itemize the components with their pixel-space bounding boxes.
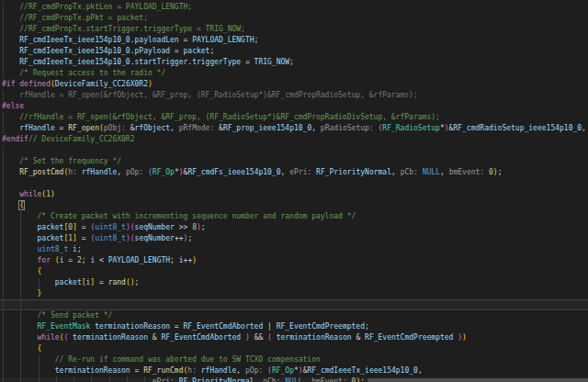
code-token: ++ [184, 256, 193, 264]
indent-guide [3, 266, 4, 277]
code-line[interactable]: uint8_t i; [0, 244, 588, 255]
code-line[interactable]: for (i = 2; i < PAYLOAD_LENGTH; i++) [0, 255, 588, 266]
code-token: , [117, 168, 126, 176]
code-token: payloadLen [135, 36, 179, 44]
code-token: | [263, 322, 276, 331]
indent-guide [3, 365, 4, 376]
code-line[interactable]: #else [0, 101, 588, 112]
code-line[interactable]: RF_cmdIeeeTx_ieee154p10_0.payloadLen = P… [0, 35, 588, 46]
code-line[interactable]: /* Request access to the radio */ [0, 68, 588, 79]
code-line[interactable]: rfHandle = RF_open(&rfObject, &RF_prop, … [0, 90, 588, 101]
code-line[interactable]: //RF_cmdPropTx.pktLen = PAYLOAD_LENGTH; [0, 2, 588, 13]
code-line[interactable]: rfHandle = RF_open(pObj: &rfObject, pRfM… [0, 123, 588, 134]
indent-guide [3, 24, 4, 35]
code-token: TRIG_NOW [254, 58, 290, 66]
code-token: ) [148, 80, 153, 88]
code-token: RF_EventCmdAborted [184, 322, 264, 331]
code-line[interactable]: packet[1] = (uint8_t)(seqNumber++); [0, 233, 588, 244]
code-token: /* Create packet with incrementing seque… [38, 212, 356, 220]
indent-guide [20, 233, 21, 244]
code-token: ; [187, 234, 192, 242]
code-token: , [170, 124, 179, 132]
matched-bracket: { [19, 201, 24, 209]
code-token: ) [51, 190, 55, 198]
code-line[interactable]: RF_cmdIeeeTx_ieee154p10_0.pPayload = pac… [0, 46, 588, 57]
code-token [2, 3, 19, 11]
indent-guide [20, 288, 21, 299]
code-line[interactable]: { [0, 200, 588, 211]
code-token: //RF_cmdPropTx.pPkt = packet; [19, 14, 148, 22]
code-token: packet [184, 47, 210, 55]
code-line[interactable]: // Re-run if command was aborted due to … [0, 354, 588, 365]
code-token: uint8_t [95, 223, 126, 231]
indent-guide [3, 189, 4, 200]
code-line[interactable]: //rfHandle = RF_open(&rfObject, &RF_prop… [0, 112, 588, 123]
code-token [2, 190, 19, 198]
code-token [2, 14, 19, 22]
code-token: = [170, 47, 183, 55]
code-line[interactable] [0, 178, 588, 189]
code-token: RF_cmdIeeeTx_ieee154p10_0 [307, 366, 417, 375]
code-line[interactable]: terminationReason = RF_runCmd(h: rfHandl… [0, 365, 588, 376]
code-line[interactable]: //RF_cmdPropTx.pPkt = packet; [0, 13, 588, 24]
code-token: rand [108, 278, 126, 286]
code-token: /* Set the frequency */ [19, 157, 121, 165]
indent-guide [39, 277, 40, 288]
code-token: , [236, 366, 245, 375]
indent-guide [3, 167, 4, 178]
code-token: /* Send packet */ [38, 311, 113, 320]
indent-guide [20, 211, 21, 222]
code-token: = [130, 366, 143, 375]
indent-guide [20, 266, 21, 277]
code-token: DeviceFamily_CC26X0R2 [55, 80, 148, 88]
code-token: RF_cmdFs_ieee154p10_0 [187, 168, 280, 176]
code-line[interactable]: #if defined(DeviceFamily_CC26X0R2) [0, 79, 588, 90]
code-token [2, 157, 19, 165]
code-token: PAYLOAD_LENGTH [108, 256, 170, 264]
code-token: = [55, 124, 68, 132]
code-token: terminationReason [277, 333, 352, 342]
code-token: ePri: [289, 168, 316, 176]
code-token [2, 113, 19, 121]
code-line[interactable]: packet[i] = rand(); [0, 277, 588, 288]
code-line[interactable]: /* Send packet */ [0, 310, 588, 321]
code-token: #endif [2, 135, 28, 143]
code-line[interactable]: { [0, 266, 588, 277]
current-line-highlight[interactable] [0, 299, 588, 310]
code-token: ; [201, 223, 206, 231]
code-token: rfHandle [201, 366, 237, 375]
code-token: packet [55, 278, 82, 286]
indent-guide [20, 310, 21, 321]
code-line[interactable]: #endif// DeviceFamily_CC26X0R2 [0, 134, 588, 145]
code-area[interactable]: //RF_cmdPropTx.pktLen = PAYLOAD_LENGTH; … [0, 2, 588, 382]
code-line[interactable]: while(( terminationReason & RF_EventCmdA… [0, 332, 588, 343]
code-token: = [77, 223, 90, 231]
code-token: pOp: [245, 366, 267, 375]
code-line[interactable]: //RF_cmdPropTx.startTrigger.triggerType … [0, 24, 588, 35]
horizontal-scrollbar[interactable] [0, 377, 588, 382]
code-line[interactable] [0, 145, 588, 156]
code-line[interactable]: { [0, 343, 588, 354]
code-line[interactable]: RF_postCmd(h: rfHandle, pOp: (RF_Op*)&RF… [0, 167, 588, 178]
code-line[interactable]: RF_EventMask terminationReason = RF_Even… [0, 321, 588, 332]
scrollbar-thumb[interactable] [368, 378, 588, 382]
code-line[interactable]: } [0, 288, 588, 299]
code-line[interactable]: packet[0] = (uint8_t)(seqNumber >> 8); [0, 222, 588, 233]
indent-guide [3, 178, 4, 189]
indent-guide [20, 332, 21, 343]
code-token: ; [82, 256, 91, 264]
code-token [2, 25, 19, 33]
indent-guide [3, 244, 4, 255]
code-editor[interactable]: //RF_cmdPropTx.pktLen = PAYLOAD_LENGTH; … [0, 0, 588, 382]
code-line[interactable]: RF_cmdIeeeTx_ieee154p10_0.startTrigger.t… [0, 57, 588, 68]
code-token: RF_open [68, 124, 99, 132]
code-line[interactable]: /* Set the frequency */ [0, 156, 588, 167]
indent-guide [3, 2, 4, 13]
code-token: RF_cmdIeeeTx_ieee154p10_0 [19, 58, 130, 66]
code-token [2, 366, 55, 375]
code-token: RF_cmdRadioSetup_ieee154p10_0 [453, 124, 582, 132]
code-line[interactable]: /* Create packet with incrementing seque… [0, 211, 588, 222]
indent-guide [3, 222, 4, 233]
code-line[interactable]: while(1) [0, 189, 588, 200]
code-token: , [311, 124, 321, 132]
